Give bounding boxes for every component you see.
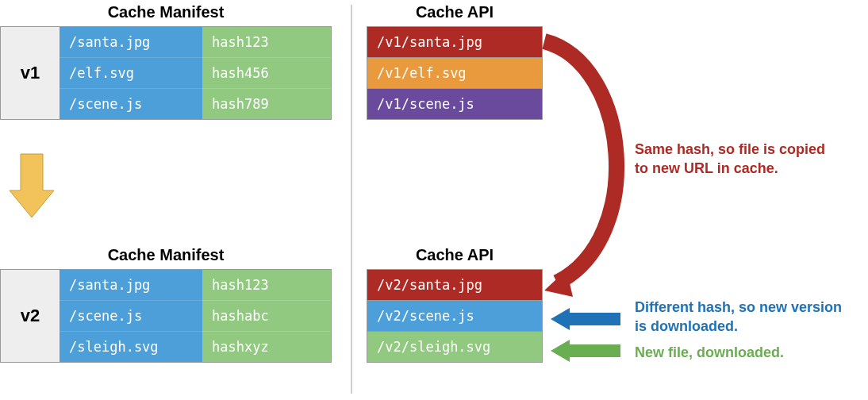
diff-hash-arrow-icon — [551, 308, 622, 330]
manifest-row: /scene.js hash789 — [60, 89, 331, 119]
manifest-v1-version: v1 — [1, 27, 60, 119]
api-file: /scene.js — [401, 308, 474, 324]
api-row: /v1/elf.svg — [367, 57, 543, 88]
manifest-v1-files: /santa.jpg hash123 /elf.svg hash456 /sce… — [60, 27, 331, 119]
cache-api-v2-block: Cache API /v2/santa.jpg /v2/scene.js /v2… — [367, 246, 543, 363]
cache-api-v1-block: Cache API /v1/santa.jpg /v1/elf.svg /v1/… — [367, 3, 543, 120]
manifest-v2-version: v2 — [1, 270, 60, 362]
api-prefix: /v1 — [377, 96, 401, 112]
manifest-row: /elf.svg hash456 — [60, 58, 331, 89]
manifest-v1-table: v1 /santa.jpg hash123 /elf.svg hash456 /… — [0, 26, 332, 120]
manifest-file: /sleigh.svg — [60, 332, 202, 362]
manifest-v1-heading: Cache Manifest — [0, 3, 332, 21]
cache-api-v2-heading: Cache API — [367, 246, 543, 264]
api-file: /santa.jpg — [401, 277, 482, 293]
manifest-file: /scene.js — [60, 301, 202, 332]
cache-api-v1-heading: Cache API — [367, 3, 543, 21]
api-row: /v2/santa.jpg — [367, 269, 543, 300]
api-prefix: /v1 — [377, 65, 401, 81]
api-row: /v1/santa.jpg — [367, 26, 543, 57]
api-file: /santa.jpg — [401, 34, 482, 50]
manifest-file: /elf.svg — [60, 58, 202, 89]
api-file: /elf.svg — [401, 65, 467, 81]
api-row: /v2/scene.js — [367, 300, 543, 331]
manifest-file: /santa.jpg — [60, 270, 202, 301]
manifest-v2-table: v2 /santa.jpg hash123 /scene.js hashabc … — [0, 269, 332, 363]
manifest-v1-block: Cache Manifest v1 /santa.jpg hash123 /el… — [0, 3, 332, 120]
manifest-hash: hashabc — [202, 301, 331, 332]
api-prefix: /v2 — [377, 339, 401, 355]
manifest-row: /sleigh.svg hashxyz — [60, 332, 331, 362]
api-prefix: /v1 — [377, 34, 401, 50]
new-file-arrow-icon — [551, 340, 622, 362]
down-arrow-icon — [8, 151, 56, 222]
api-file: /scene.js — [401, 96, 474, 112]
manifest-hash: hash123 — [202, 270, 331, 301]
api-prefix: /v2 — [377, 308, 401, 324]
manifest-row: /scene.js hashabc — [60, 301, 331, 332]
manifest-v2-heading: Cache Manifest — [0, 246, 332, 264]
api-row: /v1/scene.js — [367, 88, 543, 120]
manifest-v2-block: Cache Manifest v2 /santa.jpg hash123 /sc… — [0, 246, 332, 363]
note-new-file: New file, downloaded. — [635, 343, 841, 362]
manifest-file: /santa.jpg — [60, 27, 202, 58]
manifest-row: /santa.jpg hash123 — [60, 27, 331, 58]
note-same-hash: Same hash, so file is copied to new URL … — [635, 140, 833, 179]
api-file: /sleigh.svg — [401, 339, 491, 355]
manifest-hash: hash789 — [202, 89, 331, 119]
manifest-row: /santa.jpg hash123 — [60, 270, 331, 301]
api-prefix: /v2 — [377, 277, 401, 293]
api-row: /v2/sleigh.svg — [367, 331, 543, 363]
note-diff-hash: Different hash, so new version is downlo… — [635, 298, 857, 337]
manifest-hash: hashxyz — [202, 332, 331, 362]
manifest-hash: hash123 — [202, 27, 331, 58]
column-divider — [351, 5, 352, 394]
manifest-file: /scene.js — [60, 89, 202, 119]
manifest-hash: hash456 — [202, 58, 331, 89]
manifest-v2-files: /santa.jpg hash123 /scene.js hashabc /sl… — [60, 270, 331, 362]
